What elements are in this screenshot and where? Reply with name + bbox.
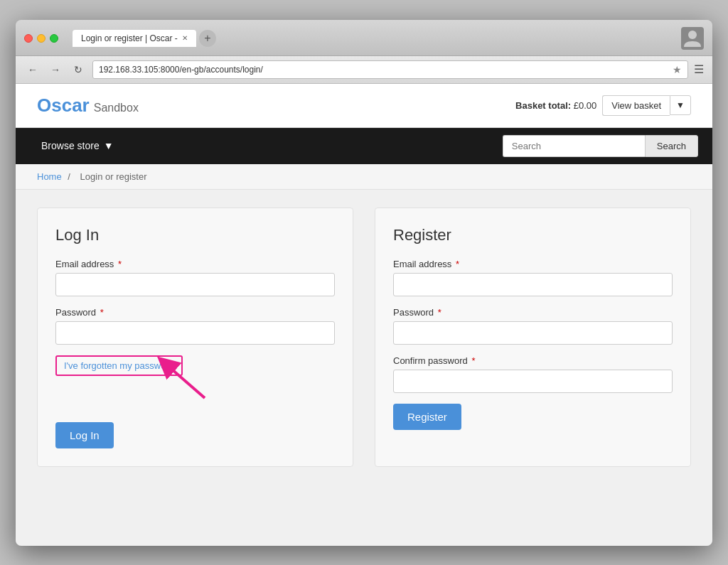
header-basket: Basket total: £0.00 View basket ▼ [515,95,691,116]
login-password-label: Password * [55,307,335,318]
tab-title: Login or register | Oscar - [81,33,178,43]
register-password-input[interactable] [393,321,673,345]
login-email-group: Email address * [55,259,335,296]
breadcrumb-current: Login or register [80,171,147,182]
login-password-input[interactable] [55,321,335,345]
site-logo: Oscar Sandbox [37,95,139,117]
close-button[interactable] [24,34,33,43]
refresh-button[interactable]: ↻ [70,61,87,78]
register-email-input[interactable] [393,273,673,296]
breadcrumb: Home / Login or register [37,171,691,182]
search-button[interactable]: Search [645,135,698,157]
basket-total: Basket total: £0.00 [515,100,596,111]
breadcrumb-separator: / [68,171,70,182]
view-basket-main[interactable]: View basket [602,95,670,116]
register-confirm-password-group: Confirm password * [393,355,673,393]
login-password-group: Password * [55,307,335,345]
minimize-button[interactable] [37,34,46,43]
browse-store-dropdown-icon: ▼ [104,140,114,151]
browser-titlebar: Login or register | Oscar - ✕ + [16,20,712,56]
breadcrumb-bar: Home / Login or register [16,164,712,190]
site-header: Oscar Sandbox Basket total: £0.00 View b… [16,84,712,128]
svg-point-1 [688,31,697,39]
back-button[interactable]: ← [24,61,41,78]
register-password-group: Password * [393,307,673,345]
register-button[interactable]: Register [393,404,461,430]
forgot-password-row: I've forgotten my password [55,355,335,387]
login-card: Log In Email address * Password * [37,208,353,467]
nav-search: Search [503,128,698,164]
logo-sandbox: Sandbox [94,102,139,114]
login-password-required: * [100,307,104,318]
browse-store-label: Browse store [41,140,100,151]
logo-oscar: Oscar [37,95,90,117]
new-tab-button[interactable]: + [199,30,216,47]
url-text: 192.168.33.105:8000/en-gb/accounts/login… [99,65,668,75]
login-email-input[interactable] [55,273,335,296]
menu-icon[interactable]: ☰ [694,63,704,76]
browser-window: Login or register | Oscar - ✕ + ← → ↻ 19… [16,20,712,546]
register-email-group: Email address * [393,259,673,296]
arrow-annotation [162,355,247,405]
login-email-label: Email address * [55,259,335,269]
tab-bar: Login or register | Oscar - ✕ + [73,30,674,47]
login-email-required: * [118,259,122,269]
bookmark-icon[interactable]: ★ [673,64,682,75]
login-button[interactable]: Log In [55,422,114,448]
register-confirm-password-label: Confirm password * [393,355,673,366]
breadcrumb-home[interactable]: Home [37,171,62,182]
browser-content: Oscar Sandbox Basket total: £0.00 View b… [16,84,712,546]
tab-close-icon[interactable]: ✕ [182,34,188,42]
browser-toolbar: ← → ↻ 192.168.33.105:8000/en-gb/accounts… [16,56,712,84]
register-password-required: * [438,307,441,318]
view-basket-button[interactable]: View basket ▼ [602,95,691,116]
profile-icon [681,27,704,50]
main-content: Log In Email address * Password * [16,190,712,485]
svg-line-3 [166,364,205,398]
register-confirm-password-input[interactable] [393,370,673,393]
register-password-label: Password * [393,307,673,318]
register-card: Register Email address * Password * [375,208,691,467]
register-title: Register [393,226,673,244]
site-nav: Browse store ▼ Search [16,128,712,164]
register-email-label: Email address * [393,259,673,269]
basket-amount: £0.00 [574,100,597,111]
login-title: Log In [55,226,335,244]
url-bar[interactable]: 192.168.33.105:8000/en-gb/accounts/login… [92,60,688,79]
register-confirm-password-required: * [471,355,475,366]
search-input[interactable] [503,135,645,157]
basket-total-label: Basket total: [515,100,571,111]
traffic-lights [24,34,58,43]
register-email-required: * [456,259,459,269]
view-basket-dropdown-icon[interactable]: ▼ [670,95,691,115]
active-tab[interactable]: Login or register | Oscar - ✕ [73,30,196,47]
forward-button[interactable]: → [47,61,64,78]
browse-store-button[interactable]: Browse store ▼ [30,130,125,161]
maximize-button[interactable] [50,34,58,43]
